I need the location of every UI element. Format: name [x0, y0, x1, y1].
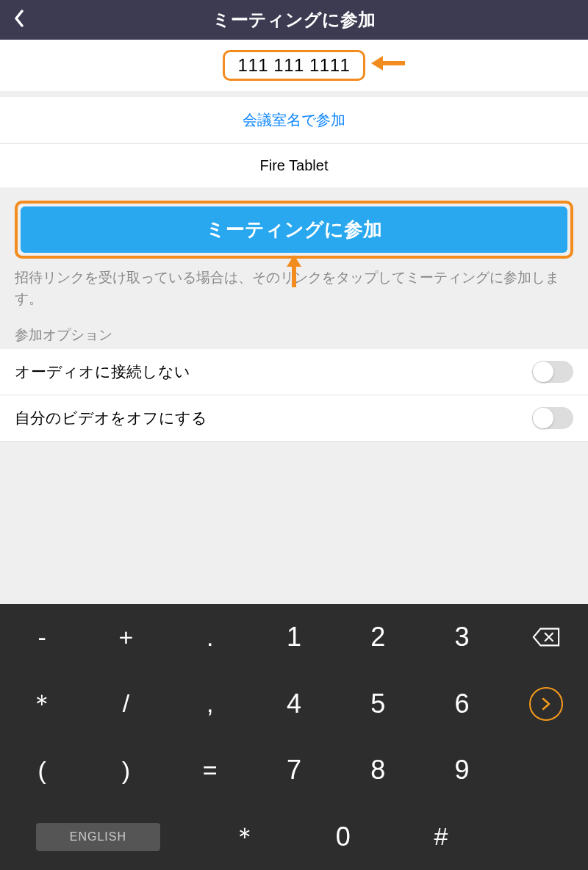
annotation-arrow-up: [287, 255, 301, 287]
key-9[interactable]: 9: [420, 737, 503, 804]
key-dot[interactable]: .: [168, 604, 252, 671]
numeric-keyboard: - + . 1 2 3 ＊ / , 4 5 6 ( ) = 7 8 9 ENGL…: [0, 604, 588, 870]
key-asterisk2[interactable]: ＊: [196, 804, 294, 871]
page-title: ミーティングに参加: [0, 8, 588, 32]
options-section-label: 参加オプション: [0, 318, 588, 349]
key-comma[interactable]: ,: [168, 671, 252, 738]
option-no-audio-label: オーディオに接続しない: [15, 362, 190, 382]
key-plus[interactable]: +: [84, 604, 168, 671]
key-rparen[interactable]: ): [84, 737, 168, 804]
key-hash[interactable]: #: [392, 804, 490, 871]
header-bar: ミーティングに参加: [0, 0, 588, 40]
key-lparen[interactable]: (: [0, 737, 84, 804]
toggle-no-audio[interactable]: [532, 361, 573, 383]
key-2[interactable]: 2: [336, 604, 420, 671]
key-3[interactable]: 3: [420, 604, 503, 671]
toggle-video-off[interactable]: [532, 407, 573, 429]
key-asterisk[interactable]: ＊: [0, 671, 84, 738]
key-blank: [504, 737, 588, 804]
key-minus[interactable]: -: [0, 604, 84, 671]
join-meeting-button[interactable]: ミーティングに参加: [21, 206, 567, 253]
key-language[interactable]: ENGLISH: [0, 804, 196, 871]
key-8[interactable]: 8: [336, 737, 420, 804]
meeting-id-row: 111 111 1111: [0, 40, 588, 91]
key-5[interactable]: 5: [336, 671, 420, 738]
key-0[interactable]: 0: [294, 804, 392, 871]
key-blank2: [490, 804, 588, 871]
key-4[interactable]: 4: [252, 671, 336, 738]
key-6[interactable]: 6: [420, 671, 503, 738]
back-button[interactable]: [6, 3, 32, 37]
join-section: ミーティングに参加: [0, 193, 588, 262]
divider: [0, 187, 588, 193]
key-backspace[interactable]: [504, 604, 588, 671]
annotation-arrow-left: [371, 56, 405, 71]
key-1[interactable]: 1: [252, 604, 336, 671]
key-equals[interactable]: =: [168, 737, 252, 804]
key-slash[interactable]: /: [84, 671, 168, 738]
join-button-highlight: ミーティングに参加: [15, 201, 573, 259]
device-name-field[interactable]: Fire Tablet: [0, 143, 588, 187]
divider: [0, 91, 588, 97]
join-by-room-name-link[interactable]: 会議室名で参加: [0, 97, 588, 143]
key-7[interactable]: 7: [252, 737, 336, 804]
option-video-off: 自分のビデオをオフにする: [0, 395, 588, 442]
language-label: ENGLISH: [36, 823, 160, 851]
meeting-id-input[interactable]: 111 111 1111: [223, 50, 366, 81]
option-no-audio: オーディオに接続しない: [0, 349, 588, 395]
key-enter[interactable]: [504, 671, 588, 738]
option-video-off-label: 自分のビデオをオフにする: [15, 408, 207, 428]
